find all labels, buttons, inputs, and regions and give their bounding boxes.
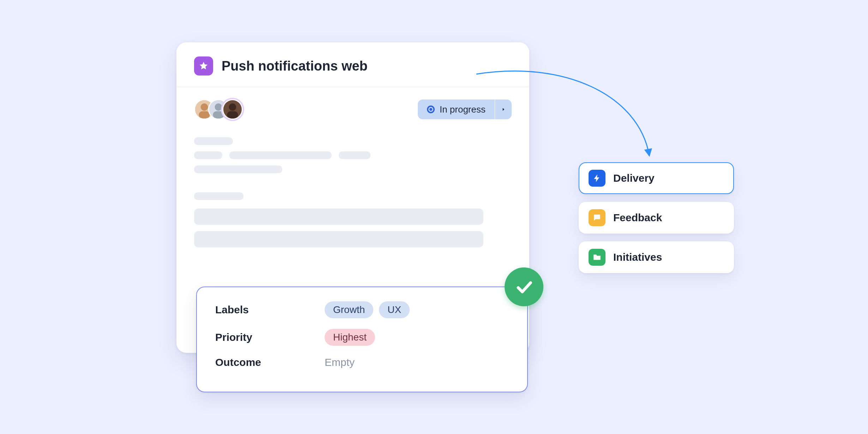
- card-title: Push notifications web: [222, 59, 368, 74]
- chat-icon: [589, 209, 605, 226]
- outcome-field-value[interactable]: Empty: [325, 356, 355, 368]
- content-placeholder: [194, 192, 512, 247]
- destination-option[interactable]: Initiatives: [579, 241, 734, 273]
- destination-label: Feedback: [613, 212, 662, 224]
- check-icon: [505, 267, 543, 306]
- svg-point-7: [229, 103, 236, 111]
- svg-point-1: [201, 103, 208, 111]
- label-chip[interactable]: UX: [379, 301, 410, 318]
- destination-option[interactable]: Delivery: [579, 162, 734, 194]
- avatar: [222, 99, 243, 120]
- destination-label: Delivery: [613, 172, 655, 184]
- card-header: Push notifications web: [176, 42, 529, 87]
- svg-rect-5: [213, 111, 224, 119]
- status-dropdown[interactable]: In progress: [418, 100, 512, 119]
- destination-label: Initiatives: [613, 251, 662, 263]
- labels-field-label: Labels: [215, 304, 325, 316]
- priority-field-label: Priority: [215, 331, 325, 343]
- caret-right-icon: [495, 100, 512, 119]
- properties-panel: Labels Growth UX Priority Highest Outcom…: [196, 287, 528, 392]
- label-chip[interactable]: Growth: [325, 301, 373, 318]
- destination-list: DeliveryFeedbackInitiatives: [579, 162, 734, 273]
- svg-point-4: [215, 103, 222, 111]
- status-indicator-icon: [427, 106, 435, 113]
- outcome-empty: Empty: [325, 356, 355, 368]
- bolt-icon: [589, 170, 605, 187]
- svg-rect-8: [227, 111, 238, 119]
- assignee-avatars[interactable]: [194, 99, 243, 120]
- star-icon: [194, 56, 213, 76]
- labels-field-value[interactable]: Growth UX: [325, 301, 410, 318]
- priority-field-value[interactable]: Highest: [325, 329, 375, 346]
- priority-chip[interactable]: Highest: [325, 329, 375, 346]
- svg-rect-2: [199, 111, 210, 119]
- destination-option[interactable]: Feedback: [579, 202, 734, 234]
- content-placeholder: [194, 137, 512, 173]
- status-label: In progress: [440, 104, 486, 115]
- outcome-field-label: Outcome: [215, 356, 325, 368]
- folder-icon: [589, 249, 605, 266]
